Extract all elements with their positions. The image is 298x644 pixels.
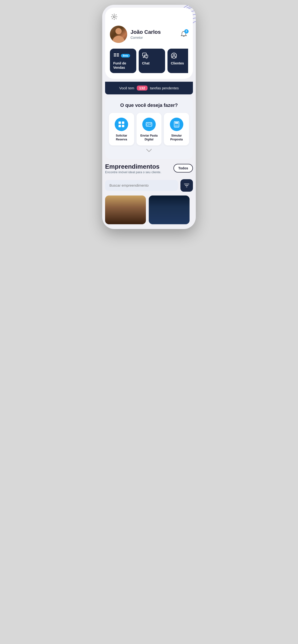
- grid-icon: [118, 121, 125, 128]
- settings-button[interactable]: [110, 12, 118, 22]
- profile-role: Corretor: [130, 36, 176, 40]
- svg-point-10: [173, 54, 175, 56]
- property-cards: [105, 196, 193, 224]
- beta-badge: Beta: [121, 54, 130, 58]
- list-icon: [113, 52, 119, 59]
- clients-icon: [171, 52, 177, 59]
- svg-point-30: [177, 126, 178, 127]
- solicitar-reserva-label: Solicitar Reserva: [111, 134, 132, 141]
- what-section: O que você deseja fazer? Solicitar Reser…: [105, 97, 193, 159]
- svg-rect-4: [117, 54, 119, 54]
- clientes-label: Clientes: [171, 61, 184, 66]
- avatar: [110, 26, 127, 43]
- profile-row: João Carlos Corretor 0: [110, 26, 188, 43]
- empreendimentos-subtitle: Encontre imóvel ideal para o seu cliente…: [105, 170, 161, 174]
- svg-rect-3: [114, 56, 116, 56]
- settings-row: [110, 12, 188, 22]
- property-card-2[interactable]: [149, 196, 190, 224]
- svg-rect-17: [118, 125, 121, 127]
- svg-rect-18: [122, 125, 124, 127]
- filter-icon: [184, 183, 189, 188]
- svg-point-26: [176, 125, 177, 126]
- notification-button[interactable]: 0: [180, 30, 188, 39]
- pending-suffix: tarefas pendentes: [150, 86, 179, 90]
- what-title: O que você deseja fazer?: [109, 102, 189, 108]
- action-enviar-pasta[interactable]: Enviar Pasta Digital: [136, 113, 162, 145]
- empreendimentos-header: Empreendimentos Encontre imóvel ideal pa…: [105, 163, 193, 178]
- what-actions: Solicitar Reserva Enviar Pasta Digital: [109, 113, 189, 145]
- svg-rect-6: [117, 56, 119, 56]
- funil-label: Funil deVendas: [113, 61, 126, 70]
- profile-name: João Carlos: [130, 29, 176, 35]
- action-card-clientes[interactable]: Clientes: [168, 49, 188, 73]
- id-card-icon-circle: [142, 118, 156, 131]
- id-card-icon: [146, 121, 152, 128]
- svg-rect-5: [117, 54, 119, 55]
- chat-label: Chat: [142, 61, 150, 66]
- chat-icon: [142, 52, 148, 59]
- svg-point-20: [147, 124, 149, 125]
- action-card-funil[interactable]: Beta Funil deVendas: [110, 49, 136, 73]
- notification-badge: 0: [184, 29, 189, 34]
- svg-point-27: [177, 125, 178, 126]
- svg-rect-1: [114, 54, 116, 54]
- calculator-icon: [173, 121, 180, 128]
- pending-bar: Você tem 132 tarefas pendentes: [105, 82, 193, 94]
- gear-icon: [111, 14, 117, 20]
- simular-proposta-label: Simular Proposta: [166, 134, 187, 141]
- svg-rect-16: [122, 122, 124, 124]
- filter-button[interactable]: [181, 179, 193, 192]
- calculator-icon-circle: [170, 118, 183, 131]
- action-solicitar-reserva[interactable]: Solicitar Reserva: [109, 113, 134, 145]
- quick-actions-row: Beta Funil deVendas Chat: [110, 49, 188, 74]
- svg-point-0: [113, 16, 115, 18]
- chevron-down-icon: [146, 149, 152, 152]
- svg-point-25: [175, 125, 176, 126]
- svg-rect-15: [118, 122, 121, 124]
- enviar-pasta-label: Enviar Pasta Digital: [139, 134, 159, 141]
- chevron-down-area[interactable]: [109, 146, 189, 154]
- search-row: [105, 179, 193, 192]
- pending-prefix: Você tem: [119, 86, 134, 90]
- pending-count: 132: [137, 86, 147, 90]
- grid-icon-circle: [115, 118, 128, 131]
- empreendimentos-section: Empreendimentos Encontre imóvel ideal pa…: [105, 163, 193, 229]
- action-card-chat[interactable]: Chat: [139, 49, 165, 73]
- svg-rect-2: [114, 54, 116, 55]
- action-simular-proposta[interactable]: Simular Proposta: [164, 113, 189, 145]
- svg-rect-24: [175, 122, 178, 124]
- todos-button[interactable]: Todos: [174, 164, 193, 172]
- main-card: João Carlos Corretor 0: [105, 8, 193, 79]
- search-input-wrap: [105, 180, 178, 191]
- svg-point-29: [176, 126, 177, 127]
- empreendimentos-title: Empreendimentos: [105, 163, 161, 170]
- search-input[interactable]: [109, 183, 174, 187]
- svg-point-28: [175, 126, 176, 127]
- profile-info: João Carlos Corretor: [130, 29, 176, 40]
- property-card-1[interactable]: [105, 196, 146, 224]
